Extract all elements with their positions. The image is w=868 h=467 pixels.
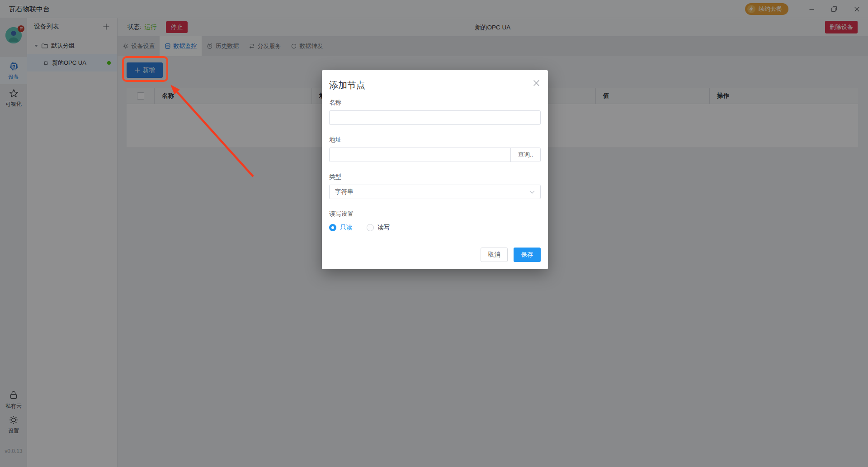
radio-readonly[interactable]: 只读 [329, 224, 352, 232]
modal-title: 添加节点 [329, 70, 541, 91]
chevron-down-icon [529, 191, 535, 194]
address-input-group: 查询.. [329, 148, 541, 162]
close-icon [533, 80, 540, 86]
type-field-label: 类型 [329, 173, 541, 181]
type-select-value: 字符串 [335, 188, 354, 196]
radio-selected-icon [329, 224, 336, 231]
address-input[interactable] [330, 148, 510, 162]
name-field-label: 名称 [329, 99, 541, 107]
rw-radio-group: 只读 读写 [329, 224, 541, 232]
rw-settings-label: 读写设置 [329, 210, 541, 218]
modal-footer: 取消 保存 [481, 248, 541, 262]
radio-readwrite-label: 读写 [377, 224, 390, 232]
name-input[interactable] [329, 110, 541, 125]
radio-readonly-label: 只读 [340, 224, 352, 232]
radio-readwrite[interactable]: 读写 [367, 224, 390, 232]
cancel-button[interactable]: 取消 [481, 248, 508, 262]
address-field-label: 地址 [329, 136, 541, 144]
query-button[interactable]: 查询.. [510, 148, 540, 162]
save-button[interactable]: 保存 [514, 248, 541, 262]
radio-unselected-icon [367, 224, 374, 231]
modal-close-button[interactable] [532, 78, 541, 87]
add-node-modal: 添加节点 名称 地址 查询.. 类型 字符串 读写设置 只读 读写 取消 保存 [322, 70, 548, 269]
type-select[interactable]: 字符串 [329, 185, 541, 199]
